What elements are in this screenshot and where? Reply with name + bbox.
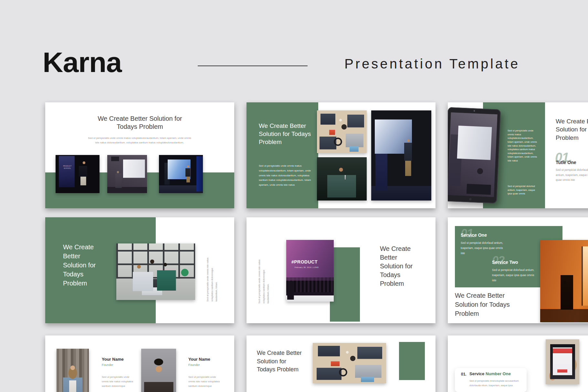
photo-hands-tablet — [546, 339, 579, 384]
service-body: Sed ut perspiciat dolorlaud antium, toap… — [492, 267, 536, 283]
brand-logo-text: Karna — [43, 46, 121, 79]
card-title: Service Number One — [469, 371, 511, 376]
item-title: Tutle One — [556, 160, 576, 165]
slide-title: We Create Better Solution for Todays Pro… — [257, 349, 305, 374]
header-divider-line — [198, 66, 308, 66]
vertical-side-text: Sed ut perspiciatis unde omnis iste natu… — [257, 258, 271, 304]
slide-thumbnail-3[interactable]: Sed ut perspiciatis unde omnis inatus vo… — [448, 102, 588, 208]
service-title: Service One — [461, 232, 504, 238]
green-accent-block — [399, 342, 425, 380]
template-preview-canvas: Karna Presentation Template We Create Be… — [0, 0, 588, 392]
card-body: Sed ut perspiciatis mnevoluptate accusan… — [469, 379, 522, 387]
banner-text: PRODUCT SCHOOL — [59, 165, 75, 170]
slide-thumbnail-5[interactable]: #PRODUCT February 28, 2019 | LOND Sed ut… — [247, 217, 436, 323]
service-title: Service Two — [492, 260, 536, 265]
card-number: 01. — [461, 372, 467, 377]
photo-stage-blue-screen — [159, 155, 203, 193]
panel-text: Sed ut perspiciat dolorlud antium, toape… — [508, 184, 540, 196]
photo-stage-presenter — [371, 110, 431, 201]
conference-screen-title: #PRODUCT — [291, 259, 318, 264]
tablet-screen-photo — [448, 112, 498, 197]
person-role: Founder — [102, 363, 140, 366]
slide-thumbnail-4[interactable]: We Create Better Solution for Todays Pro… — [45, 217, 234, 323]
tablet-device-mockup — [448, 107, 501, 204]
person-name: Your Name — [102, 357, 140, 362]
slide-thumbnail-6[interactable]: 01. Service One Sed ut perspiciat dolorl… — [448, 217, 588, 323]
slide-thumbnail-7[interactable]: Your Name Founder Sed ut perspiciatis un… — [45, 335, 234, 392]
green-accent-block — [330, 247, 360, 322]
slide-title: We Create Better Solution for Todays Pro… — [259, 122, 313, 146]
slide-body-text: Sed ut perspiciatis unde omnis inatus vo… — [259, 164, 311, 188]
photo-projector-room — [107, 155, 147, 193]
slide-thumbnail-8[interactable]: We Create Better Solution for Todays Pro… — [247, 335, 436, 392]
person-body: Sed ut perspiciatis unde omnis iste natu… — [188, 375, 223, 388]
person-profile: Your Name Founder Sed ut perspiciatis un… — [102, 357, 140, 388]
person-role: Founder — [188, 363, 226, 366]
slide-thumbnail-1[interactable]: We Create Better Solution for Todays Pro… — [45, 102, 234, 208]
photo-orange-interior — [540, 240, 588, 322]
photo-portrait-man — [141, 349, 176, 392]
slide-body-text: Sed ut perspiciatis unde omnis inatus vo… — [86, 136, 193, 145]
slide-title: We Create Better Solution for Todays Pro… — [63, 242, 101, 288]
slide-thumbnail-9[interactable]: 01. Service Number One Sed ut perspiciat… — [448, 335, 588, 392]
slide-title: We Create Better Solution for Todays Pro… — [455, 291, 521, 318]
page-title: Presentation Template — [344, 56, 520, 72]
slide-thumbnail-2[interactable]: We Create Better Solution for Todays Pro… — [247, 102, 436, 208]
photo-team-laptop — [116, 243, 195, 300]
service-item: 02. Service Two Sed ut perspiciat dolorl… — [492, 254, 536, 283]
person-body: Sed ut perspiciatis unde omnis iste natu… — [102, 375, 137, 388]
service-item: 01. Service One Sed ut perspiciat dolorl… — [461, 227, 504, 256]
photo-stage-speaker-banner: PRODUCT SCHOOL — [56, 155, 100, 193]
photo-portrait-woman — [57, 349, 89, 392]
card-title-dark: Service — [469, 371, 484, 376]
panel-text: Sed ut perspiciatis unde omnis inatus vo… — [508, 129, 540, 163]
photo-product-conference: #PRODUCT February 28, 2019 | LOND — [286, 240, 334, 302]
person-profile: Your Name Founder Sed ut perspiciatis un… — [188, 357, 226, 388]
photo-desk-top-view — [313, 343, 386, 383]
slide-title: We Create Better Solution for Todays Pro… — [380, 244, 418, 288]
conference-screen-date: February 28, 2019 | LOND — [295, 266, 319, 268]
service-card: 01. Service Number One Sed ut perspiciat… — [455, 368, 527, 392]
person-name: Your Name — [188, 357, 226, 362]
vertical-side-text: Sed ut perspiciatis unde omnis iste natu… — [205, 256, 220, 302]
item-body: Sed ut perspiciat dolorlaud antium, toap… — [556, 168, 588, 183]
slide-title: We Create Better Solution for Todays Pro… — [88, 115, 192, 131]
photo-speaker-microphone — [317, 157, 367, 201]
green-panel — [247, 102, 318, 208]
photo-desk-top-view — [317, 110, 367, 153]
slide-title: We Create Better Solution for Todays Pro… — [556, 117, 588, 142]
card-title-green: Number One — [486, 371, 511, 376]
